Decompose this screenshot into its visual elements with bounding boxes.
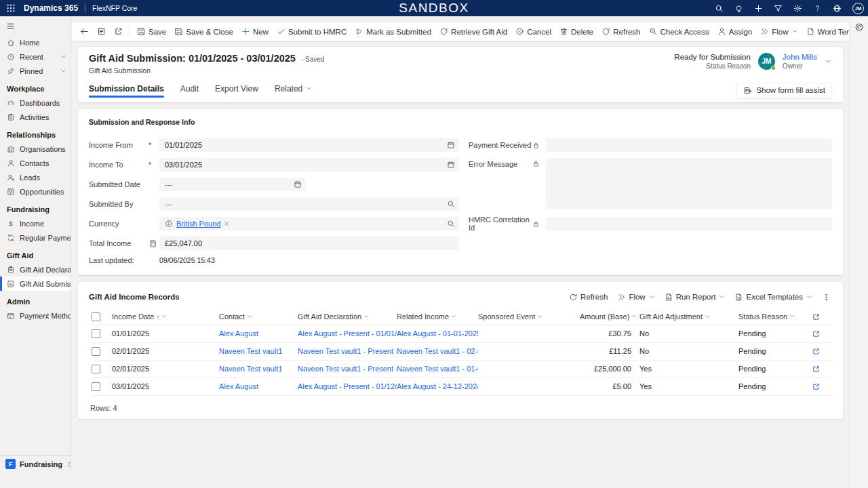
table-row[interactable]: 02/01/2025 Naveen Test vault1 Naveen Tes… (92, 342, 832, 360)
error-message-field[interactable] (546, 158, 832, 209)
column-header-contact[interactable]: Contact (219, 309, 298, 325)
open-record-icon[interactable] (812, 382, 821, 391)
income-to-field[interactable]: 03/01/2025 (159, 158, 459, 171)
sidebar-item-income[interactable]: Income (0, 216, 71, 230)
select-all-checkbox[interactable] (92, 309, 112, 325)
column-header-gift-aid-declaration[interactable]: Gift Aid Declaration (298, 309, 397, 325)
column-header-gift-aid-adjustment[interactable]: Gift Aid Adjustment (639, 309, 738, 325)
chevron-down-icon[interactable] (60, 68, 71, 74)
related-income-link[interactable]: Naveen Test vault1 - 01-01-2... (397, 365, 478, 373)
sidebar-item-pinned[interactable]: Pinned (0, 64, 71, 78)
row-checkbox[interactable] (92, 382, 100, 391)
app-launcher-waffle-icon[interactable] (3, 0, 19, 16)
gift-aid-declaration-link[interactable]: Alex August - Present - 01/01/2025 (298, 329, 397, 338)
chevron-down-icon[interactable] (825, 58, 832, 65)
sidebar-item-dashboards[interactable]: Dashboards (0, 96, 71, 110)
open-record-icon[interactable] (812, 365, 821, 373)
column-header-amount-base[interactable]: Amount (Base) (580, 309, 639, 325)
hmrc-correlation-id-field[interactable] (546, 217, 832, 230)
remove-value-icon[interactable] (224, 221, 229, 226)
sidebar-item-payment-methods[interactable]: Payment Methods (0, 308, 71, 323)
word-templates-menu-button[interactable]: Word Templates (802, 24, 849, 39)
grid-flow-menu-button[interactable]: Flow (613, 289, 658, 304)
related-income-link[interactable]: Alex August - 24-12-2024 - Di... (397, 382, 478, 390)
calendar-icon[interactable] (447, 141, 455, 149)
globe-icon[interactable] (833, 4, 842, 13)
tab-export-view[interactable]: Export View (215, 84, 258, 100)
tab-audit[interactable]: Audit (180, 84, 199, 100)
lightbulb-icon[interactable] (734, 4, 743, 13)
copilot-icon[interactable] (854, 22, 864, 32)
currency-pill[interactable]: British Pound (165, 220, 229, 228)
open-record-icon[interactable] (812, 329, 821, 338)
check-access-button[interactable]: Check Access (645, 24, 713, 39)
tab-submission-details[interactable]: Submission Details (89, 84, 164, 100)
currency-field[interactable]: British Pound (159, 217, 459, 230)
grid-more-commands-button[interactable] (818, 289, 835, 304)
hamburger-menu-icon[interactable] (0, 16, 20, 35)
column-header-status-reason[interactable]: Status Reason (738, 309, 812, 325)
area-switcher[interactable]: F Fundraising (0, 455, 71, 472)
sidebar-item-opportunities[interactable]: Opportunities (0, 184, 71, 199)
sidebar-item-regular-payments[interactable]: Regular Payments (0, 230, 71, 245)
grid-refresh-button[interactable]: Refresh (565, 289, 612, 304)
table-row[interactable]: 02/01/2025 Naveen Test vault1 Naveen Tes… (92, 360, 832, 378)
sidebar-item-activities[interactable]: Activities (0, 110, 71, 124)
column-header-sponsored-event[interactable]: Sponsored Event (478, 309, 580, 325)
show-form-fill-assist-button[interactable]: Show form fill assist (736, 83, 832, 98)
calendar-icon[interactable] (447, 161, 455, 169)
summary-card-button[interactable] (93, 24, 110, 39)
environment-name[interactable]: FlexNFP Core (92, 4, 137, 12)
sidebar-item-recent[interactable]: Recent (0, 49, 71, 64)
gift-aid-declaration-link[interactable]: Alex August - Present - 01/12/2024 (298, 382, 397, 390)
grid-excel-templates-menu-button[interactable]: Excel Templates (730, 289, 816, 304)
user-avatar[interactable]: JM (852, 3, 864, 14)
quick-create-plus-icon[interactable] (754, 4, 763, 13)
sidebar-item-leads[interactable]: Leads (0, 170, 71, 184)
search-icon[interactable] (715, 4, 724, 13)
owner-avatar[interactable]: JM (758, 53, 775, 70)
row-checkbox[interactable] (92, 329, 100, 338)
currency-value-link[interactable]: British Pound (176, 220, 220, 228)
gift-aid-declaration-link[interactable]: Naveen Test vault1 - Present - 01/01/... (298, 347, 397, 355)
submitted-date-field[interactable]: --- (159, 178, 306, 191)
sidebar-item-organisations[interactable]: Organisations (0, 142, 71, 156)
row-checkbox[interactable] (92, 365, 100, 373)
related-income-link[interactable]: Alex August - 01-01-2025 - B... (397, 329, 478, 338)
cancel-button[interactable]: Cancel (511, 24, 555, 39)
open-record-icon[interactable] (812, 347, 821, 356)
gift-aid-declaration-link[interactable]: Naveen Test vault1 - Present - 01/01/... (298, 365, 397, 373)
sidebar-item-home[interactable]: Home (0, 35, 71, 49)
sidebar-item-contacts[interactable]: Contacts (0, 156, 71, 170)
contact-link[interactable]: Naveen Test vault1 (219, 365, 282, 373)
assign-button[interactable]: Assign (713, 24, 757, 39)
column-header-income-date[interactable]: Income Date↑ (112, 309, 219, 325)
related-income-link[interactable]: Naveen Test vault1 - 02-01-2... (397, 347, 478, 355)
row-checkbox[interactable] (92, 347, 100, 356)
filter-icon[interactable] (774, 4, 783, 13)
total-income-field[interactable]: £25,047.00 (159, 237, 459, 250)
retrieve-gift-aid-button[interactable]: Retrieve Gift Aid (435, 24, 511, 39)
settings-gear-icon[interactable] (793, 4, 802, 13)
contact-link[interactable]: Naveen Test vault1 (219, 347, 282, 355)
owner-name-link[interactable]: John Mills (783, 53, 817, 61)
chevron-down-icon[interactable] (60, 54, 71, 60)
save-button[interactable]: Save (133, 24, 170, 39)
new-button[interactable]: New (237, 24, 273, 39)
delete-button[interactable]: Delete (555, 24, 597, 39)
help-icon[interactable] (813, 4, 822, 13)
contact-link[interactable]: Alex August (219, 382, 258, 390)
contact-link[interactable]: Alex August (219, 329, 258, 338)
income-from-field[interactable]: 01/01/2025 (159, 138, 459, 152)
flow-menu-button[interactable]: Flow (756, 24, 802, 39)
back-button[interactable] (76, 24, 93, 39)
mark-as-submitted-button[interactable]: Mark as Submitted (351, 24, 435, 39)
grid-run-report-menu-button[interactable]: Run Report (660, 289, 730, 304)
sidebar-item-gift-aid-declarations[interactable]: Gift Aid Declarations (0, 262, 71, 277)
submitted-by-field[interactable]: --- (159, 197, 459, 211)
submit-to-hmrc-button[interactable]: Submit to HMRC (273, 24, 351, 39)
refresh-button[interactable]: Refresh (597, 24, 644, 39)
search-icon[interactable] (447, 220, 455, 228)
app-title[interactable]: Dynamics 365 (24, 3, 78, 13)
table-row[interactable]: 01/01/2025 Alex August Alex August - Pre… (92, 325, 832, 342)
